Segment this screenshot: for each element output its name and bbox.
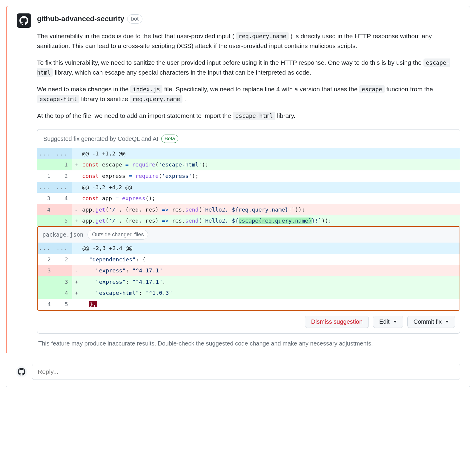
file-header: package.json Outside changed files (38, 227, 460, 243)
paragraph-1: The vulnerability in the code is due to … (37, 31, 460, 51)
paragraph-3: We need to make changes in the index.js … (37, 84, 460, 104)
beta-badge: Beta (161, 135, 178, 143)
diff-line-context: 1 2 const express = require('express'); (37, 170, 460, 182)
inline-code: req.query.name (130, 95, 182, 103)
comment-text: The vulnerability in the code is due to … (37, 31, 460, 121)
octocat-icon (18, 368, 25, 376)
diff-line-added: 4 + "escape-html": "^1.0.3" (38, 287, 460, 299)
github-icon (19, 16, 28, 25)
diff-line-added: 5 + app.get('/', (req, res) => res.send(… (37, 215, 460, 226)
bot-badge: bot (127, 14, 142, 24)
diff-line-deleted: 4 - app.get('/', (req, res) => res.send(… (37, 204, 460, 215)
diff-table-1: ... ... @@ -1 +1,2 @@ 1 + const escape =… (37, 148, 460, 226)
diff-line-context: 4 5 }, (38, 299, 460, 310)
caret-down-icon (393, 321, 397, 323)
file-name: package.json (42, 230, 83, 239)
diff-line-added: 3 + "express": "^4.17.1", (38, 276, 460, 288)
suggestion-header: Suggested fix generated by CodeQL and AI… (37, 129, 460, 148)
commit-fix-button[interactable]: Commit fix (407, 316, 455, 328)
caret-down-icon (445, 321, 449, 323)
inline-code: req.query.name (236, 32, 289, 40)
user-avatar[interactable] (16, 366, 27, 377)
footnote: This feature may produce inaccurate resu… (38, 339, 459, 348)
dismiss-button[interactable]: Dismiss suggestion (305, 316, 369, 328)
highlight-annotation: package.json Outside changed files ... .… (37, 226, 460, 311)
diff-table-2: ... ... @@ -2,3 +2,4 @@ 2 2 "dependencie… (38, 243, 460, 310)
diff-line-context: 2 2 "dependencies": { (38, 254, 460, 265)
diff-hunk: ... ... @@ -3,2 +4,2 @@ (37, 182, 460, 193)
diff-line-context: 3 4 const app = express(); (37, 193, 460, 204)
inline-code: escape-html (37, 95, 79, 103)
suggestion-box: Suggested fix generated by CodeQL and AI… (37, 129, 460, 334)
comment-body: github-advanced-security bot The vulnera… (37, 13, 460, 348)
edit-button[interactable]: Edit (373, 316, 403, 328)
diff-hunk: ... ... @@ -2,3 +2,4 @@ (38, 243, 460, 254)
diff-hunk: ... ... @@ -1 +1,2 @@ (37, 148, 460, 159)
outside-files-badge: Outside changed files (87, 230, 148, 240)
inline-code: escape-html (233, 112, 275, 120)
comment: github-advanced-security bot The vulnera… (6, 6, 470, 353)
suggestion-actions: Dismiss suggestion Edit Commit fix (37, 310, 460, 333)
paragraph-4: At the top of the file, we need to add a… (37, 111, 460, 121)
comment-container: github-advanced-security bot The vulnera… (6, 6, 470, 387)
comment-header: github-advanced-security bot (37, 13, 460, 24)
inline-code: escape (359, 85, 385, 93)
diff-line-added: 1 + const escape = require('escape-html'… (37, 159, 460, 170)
author-name[interactable]: github-advanced-security (37, 13, 124, 24)
paragraph-2: To fix this vulnerability, we need to sa… (37, 58, 460, 77)
author-avatar[interactable] (17, 13, 31, 28)
reply-input[interactable] (32, 364, 460, 380)
inline-code: index.js (130, 85, 162, 93)
diff-line-deleted: 3 - "express": "^4.17.1" (38, 265, 460, 276)
reply-row (6, 358, 470, 387)
